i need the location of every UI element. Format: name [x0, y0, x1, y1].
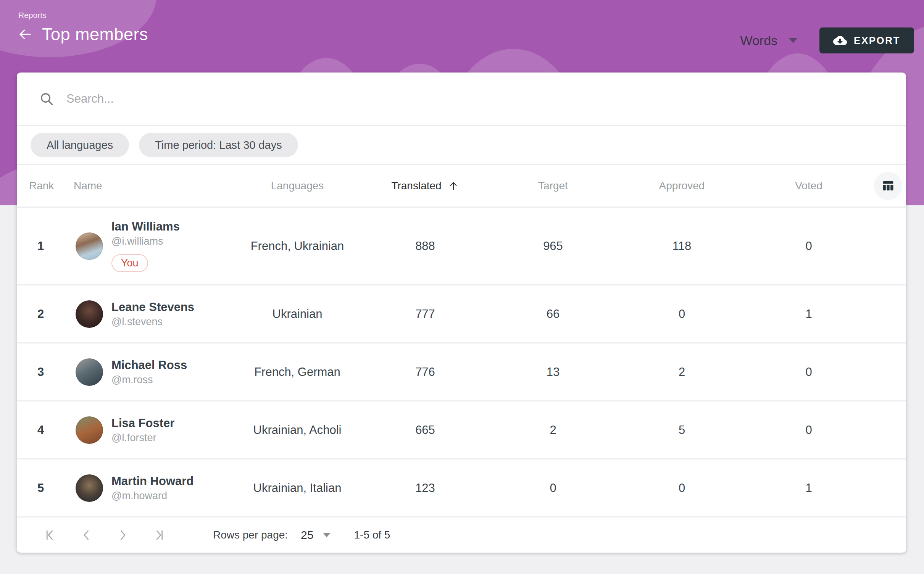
- column-header-translated-label: Translated: [391, 180, 441, 192]
- table-row: 3 Michael Ross @m.ross French, German 77…: [17, 343, 906, 401]
- back-button[interactable]: [15, 24, 35, 44]
- export-button[interactable]: EXPORT: [819, 27, 914, 53]
- column-header-rank[interactable]: Rank: [17, 180, 65, 192]
- languages-cell: Ukrainian: [232, 307, 362, 321]
- table-row: 1 Ian Williams @i.williams You French, U…: [17, 208, 906, 285]
- approved-cell: 118: [618, 239, 746, 253]
- search-bar: [17, 73, 906, 126]
- approved-cell: 0: [618, 307, 746, 321]
- search-input[interactable]: [66, 92, 884, 106]
- approved-cell: 2: [618, 365, 746, 379]
- translated-cell: 777: [362, 307, 488, 321]
- rank-cell: 1: [17, 239, 65, 253]
- sort-ascending-icon: [448, 180, 459, 192]
- languages-cell: French, German: [232, 365, 362, 379]
- member-handle: @l.forster: [111, 432, 174, 444]
- column-header-languages[interactable]: Languages: [232, 180, 362, 192]
- member-name: Ian Williams: [111, 220, 180, 234]
- header-actions: Words EXPORT: [740, 27, 914, 53]
- member-handle: @m.howard: [111, 490, 194, 502]
- target-cell: 2: [488, 423, 618, 437]
- first-page-button[interactable]: [44, 529, 57, 542]
- rows-per-page-label: Rows per page:: [213, 529, 288, 541]
- avatar: [76, 232, 103, 260]
- member-name: Michael Ross: [111, 358, 187, 372]
- target-cell: 66: [488, 307, 618, 321]
- translated-cell: 665: [362, 423, 488, 437]
- member-cell: Michael Ross @m.ross: [65, 358, 232, 386]
- rank-cell: 5: [17, 481, 65, 495]
- cloud-download-icon: [833, 34, 847, 47]
- page-title-row: Top members: [15, 24, 148, 44]
- translated-cell: 776: [362, 365, 488, 379]
- filter-chip-languages[interactable]: All languages: [31, 133, 129, 157]
- approved-cell: 0: [618, 481, 746, 495]
- you-badge: You: [111, 254, 148, 272]
- previous-page-button[interactable]: [80, 529, 93, 542]
- column-header-translated[interactable]: Translated: [362, 180, 488, 192]
- avatar: [76, 358, 103, 386]
- member-name: Lisa Foster: [111, 416, 174, 430]
- avatar: [76, 474, 103, 502]
- member-cell: Lisa Foster @l.forster: [65, 416, 232, 444]
- member-name: Leane Stevens: [111, 300, 194, 314]
- report-card: All languages Time period: Last 30 days …: [17, 73, 906, 553]
- voted-cell: 0: [746, 239, 872, 253]
- chevron-right-icon: [116, 529, 129, 542]
- member-handle: @l.stevens: [111, 316, 194, 328]
- languages-cell: Ukrainian, Acholi: [232, 423, 362, 437]
- column-header-approved[interactable]: Approved: [618, 180, 746, 192]
- column-header-target[interactable]: Target: [488, 180, 618, 192]
- chevron-left-icon: [80, 529, 93, 542]
- last-page-icon: [152, 529, 165, 542]
- target-cell: 0: [488, 481, 618, 495]
- pagination-bar: Rows per page: 25 1-5 of 5: [17, 518, 906, 553]
- member-cell: Ian Williams @i.williams You: [65, 220, 232, 272]
- member-handle: @m.ross: [111, 374, 187, 386]
- voted-cell: 0: [746, 423, 872, 437]
- chevron-down-icon: [323, 533, 330, 537]
- chevron-down-icon: [789, 38, 797, 43]
- member-name: Martin Howard: [111, 474, 194, 488]
- filter-chips-row: All languages Time period: Last 30 days: [17, 126, 906, 165]
- report-unit-value: Words: [740, 33, 777, 48]
- first-page-icon: [44, 529, 57, 542]
- table-columns-icon: [881, 179, 895, 193]
- avatar: [76, 300, 103, 328]
- table-row: 4 Lisa Foster @l.forster Ukrainian, Acho…: [17, 401, 906, 460]
- top-members-report-page: Reports Top members Words EXPORT: [0, 0, 924, 574]
- last-page-button[interactable]: [152, 529, 165, 542]
- voted-cell: 0: [746, 365, 872, 379]
- table-row: 2 Leane Stevens @l.stevens Ukrainian 777…: [17, 285, 906, 343]
- approved-cell: 5: [618, 423, 746, 437]
- rank-cell: 2: [17, 307, 65, 321]
- export-button-label: EXPORT: [854, 35, 900, 47]
- arrow-left-icon: [17, 26, 34, 43]
- translated-cell: 123: [362, 481, 488, 495]
- breadcrumb[interactable]: Reports: [18, 11, 47, 20]
- member-handle: @i.williams: [111, 235, 180, 247]
- page-title: Top members: [42, 24, 148, 44]
- table-row: 5 Martin Howard @m.howard Ukrainian, Ita…: [17, 460, 906, 518]
- languages-cell: Ukrainian, Italian: [232, 481, 362, 495]
- pagination-range: 1-5 of 5: [354, 529, 390, 541]
- voted-cell: 1: [746, 307, 872, 321]
- column-header-voted[interactable]: Voted: [746, 180, 872, 192]
- translated-cell: 888: [362, 239, 488, 253]
- column-settings-button[interactable]: [874, 172, 902, 200]
- member-cell: Leane Stevens @l.stevens: [65, 300, 232, 328]
- report-unit-dropdown[interactable]: Words: [740, 33, 797, 48]
- rows-per-page-value: 25: [301, 529, 313, 542]
- rows-per-page-dropdown[interactable]: 25: [301, 529, 330, 542]
- voted-cell: 1: [746, 481, 872, 495]
- filter-chip-time-period[interactable]: Time period: Last 30 days: [139, 133, 298, 157]
- avatar: [76, 416, 103, 444]
- rank-cell: 3: [17, 365, 65, 379]
- rank-cell: 4: [17, 423, 65, 437]
- languages-cell: French, Ukrainian: [232, 239, 362, 253]
- column-header-name[interactable]: Name: [65, 180, 232, 192]
- member-cell: Martin Howard @m.howard: [65, 474, 232, 502]
- search-icon: [39, 91, 54, 106]
- target-cell: 13: [488, 365, 618, 379]
- next-page-button[interactable]: [116, 529, 129, 542]
